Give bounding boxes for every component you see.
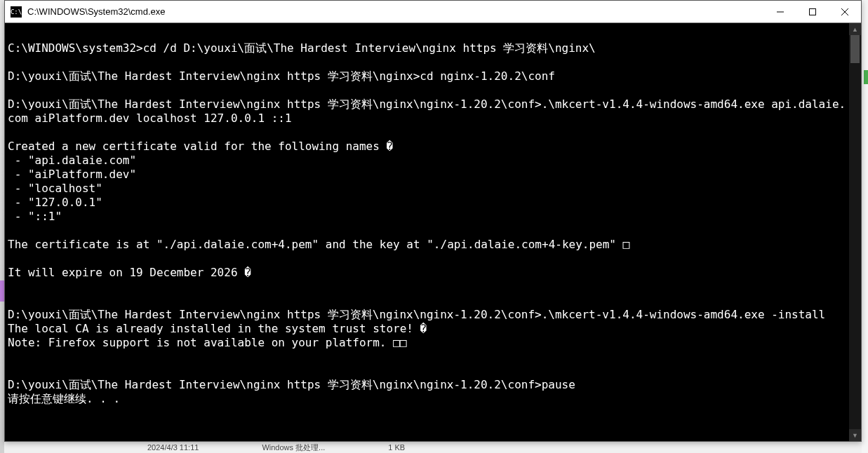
- titlebar[interactable]: C:\ C:\WINDOWS\System32\cmd.exe: [5, 1, 861, 23]
- maximize-icon: [809, 8, 816, 15]
- terminal-output[interactable]: C:\WINDOWS\system32>cd /d D:\youxi\面试\Th…: [5, 23, 849, 441]
- window-controls: [764, 1, 861, 22]
- maximize-button[interactable]: [796, 1, 829, 22]
- scrollbar-track[interactable]: [849, 35, 861, 429]
- background-file-row: 2024/4/3 11:11 Windows 批处理... 1 KB: [0, 442, 868, 453]
- scroll-up-button[interactable]: ▲: [849, 23, 861, 35]
- background-right-edge: [862, 0, 868, 453]
- scrollbar-thumb[interactable]: [850, 35, 860, 63]
- cmd-icon: C:\: [11, 6, 22, 18]
- scroll-down-button[interactable]: ▼: [849, 429, 861, 441]
- svg-rect-1: [810, 8, 816, 15]
- vertical-scrollbar[interactable]: ▲ ▼: [849, 23, 861, 441]
- minimize-icon: [777, 8, 784, 15]
- background-filetype: Windows 批处理...: [262, 442, 325, 453]
- close-icon: [841, 8, 848, 15]
- background-date: 2024/4/3 11:11: [147, 443, 199, 452]
- background-size: 1 KB: [388, 443, 405, 452]
- background-accent-right: [864, 70, 868, 84]
- window-title: C:\WINDOWS\System32\cmd.exe: [27, 6, 764, 17]
- terminal-body[interactable]: C:\WINDOWS\system32>cd /d D:\youxi\面试\Th…: [5, 23, 861, 441]
- minimize-button[interactable]: [764, 1, 796, 22]
- close-button[interactable]: [829, 1, 861, 22]
- cmd-window: C:\ C:\WINDOWS\System32\cmd.exe C:\WINDO…: [4, 0, 862, 442]
